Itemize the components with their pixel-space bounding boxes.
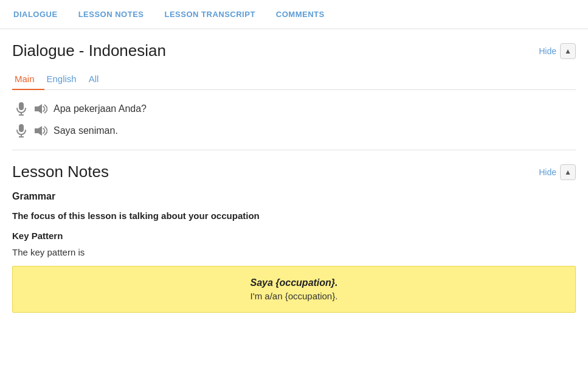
pattern-main-text: Saya {occupation}. (25, 277, 563, 288)
volume-icon-1[interactable] (34, 102, 47, 116)
grammar-heading: Grammar (12, 191, 576, 202)
lesson-notes-hide-controls: Hide ▲ (539, 164, 576, 180)
svg-rect-4 (19, 124, 24, 132)
pattern-translation-text: I'm a/an {occupation}. (25, 291, 563, 301)
microphone-icon-1[interactable] (15, 102, 28, 116)
dialogue-text-2: Saya seniman. (54, 125, 118, 136)
dialogue-tabs: Main English All (12, 70, 576, 90)
dialogue-section: Dialogue - Indonesian Hide ▲ Main Englis… (12, 41, 576, 138)
dialogue-row-1: Apa pekerjaan Anda? (12, 102, 576, 116)
dialogue-hide-link[interactable]: Hide (539, 46, 556, 56)
lesson-focus-text: The focus of this lesson is talking abou… (12, 211, 576, 221)
nav-item-lesson-notes[interactable]: LESSON NOTES (77, 10, 145, 19)
volume-icon-2[interactable] (34, 124, 47, 138)
nav-item-lesson-transcript[interactable]: LESSON TRANSCRIPT (163, 10, 256, 19)
lesson-notes-collapse-button[interactable]: ▲ (560, 164, 576, 180)
pattern-box: Saya {occupation}. I'm a/an {occupation}… (12, 266, 576, 313)
nav-item-comments[interactable]: COMMENTS (275, 10, 326, 19)
top-navigation: DIALOGUE LESSON NOTES LESSON TRANSCRIPT … (0, 0, 588, 29)
nav-item-dialogue[interactable]: DIALOGUE (12, 10, 59, 19)
lesson-notes-section: Lesson Notes Hide ▲ Grammar The focus of… (12, 162, 576, 325)
dialogue-section-header: Dialogue - Indonesian Hide ▲ (12, 41, 576, 60)
main-content: Dialogue - Indonesian Hide ▲ Main Englis… (0, 29, 588, 325)
tab-main[interactable]: Main (12, 70, 44, 90)
key-pattern-heading: Key Pattern (12, 231, 576, 241)
svg-marker-7 (35, 126, 42, 136)
lesson-notes-hide-link[interactable]: Hide (539, 167, 556, 177)
dialogue-collapse-button[interactable]: ▲ (560, 43, 576, 59)
dialogue-row-2: Saya seniman. (12, 124, 576, 138)
key-pattern-desc: The key pattern is (12, 247, 576, 257)
section-divider (12, 150, 576, 150)
dialogue-text-1: Apa pekerjaan Anda? (54, 103, 147, 114)
microphone-icon-2[interactable] (15, 124, 28, 138)
lesson-notes-header: Lesson Notes Hide ▲ (12, 162, 576, 181)
lesson-notes-title: Lesson Notes (12, 162, 109, 181)
tab-all[interactable]: All (86, 70, 109, 90)
tab-english[interactable]: English (44, 70, 86, 90)
dialogue-hide-controls: Hide ▲ (539, 43, 576, 59)
svg-marker-3 (35, 104, 42, 114)
dialogue-title: Dialogue - Indonesian (12, 41, 166, 60)
svg-rect-0 (19, 102, 24, 110)
